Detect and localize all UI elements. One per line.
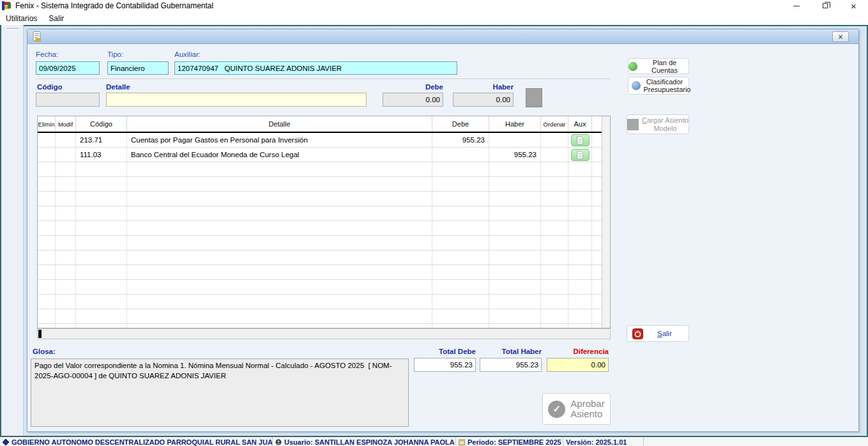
haber-input[interactable] — [453, 93, 514, 107]
salir-button[interactable]: Salir — [627, 325, 689, 342]
col-modif[interactable]: Modif — [56, 116, 76, 132]
close-icon: × — [851, 1, 857, 12]
auxiliar-input[interactable] — [174, 61, 457, 75]
document-coins-icon — [32, 31, 42, 42]
empty-row[interactable] — [38, 206, 602, 221]
power-icon — [632, 328, 643, 339]
scrollbar-thumb[interactable] — [38, 330, 42, 338]
minimize-icon — [793, 6, 800, 6]
table-row[interactable]: 213.71 Cuentas por Pagar Gastos en Perso… — [38, 133, 602, 148]
empty-row[interactable] — [38, 280, 602, 295]
asiento-grid: Elimin Modif Código Detalle Debe Haber O… — [37, 116, 611, 328]
cell-haber: 955.23 — [489, 148, 541, 162]
col-haber[interactable]: Haber — [489, 116, 541, 132]
salir-label: Salir — [657, 330, 672, 337]
total-debe-label: Total Debe — [414, 348, 476, 355]
col-elimin[interactable]: Elimin — [38, 116, 56, 132]
table-horizontal-scrollbar[interactable] — [37, 328, 611, 339]
empty-row[interactable] — [38, 177, 602, 192]
cell-detalle: Cuentas por Pagar Gastos en Personal par… — [127, 133, 432, 147]
empty-row[interactable] — [38, 250, 602, 265]
codigo-input[interactable] — [36, 93, 100, 107]
cargar-asiento-modelo-button[interactable]: Cargar AsientoModelo — [627, 114, 689, 134]
detalle-input[interactable] — [106, 93, 367, 107]
empty-row[interactable] — [38, 236, 602, 250]
empty-row[interactable] — [38, 265, 602, 280]
col-filler — [592, 116, 602, 132]
auxiliar-label: Auxiliar: — [174, 50, 201, 58]
table-vertical-scrollbar[interactable] — [602, 116, 610, 328]
col-debe[interactable]: Debe — [432, 116, 489, 132]
empty-row[interactable] — [38, 309, 602, 324]
clasificador-presupuestario-button[interactable]: Clasificador Presupuestario — [628, 77, 689, 95]
plan-de-cuentas-label: Plan de Cuentas — [641, 59, 689, 74]
status-bar: GOBIERNO AUTONOMO DESCENTRALIZADO PARROQ… — [0, 437, 868, 446]
haber-label: Haber — [453, 83, 514, 91]
panel-grip[interactable] — [6, 28, 19, 30]
left-collapsed-panel[interactable] — [1, 25, 24, 436]
check-icon: ✓ — [548, 401, 565, 418]
diferencia-value — [547, 358, 609, 372]
fecha-input[interactable] — [36, 61, 100, 75]
gray-square-icon — [627, 119, 639, 130]
detalle-label: Detalle — [106, 83, 130, 91]
diferencia-label: Diferencia — [547, 348, 609, 355]
tipo-label: Tipo: — [107, 50, 123, 58]
total-haber-label: Total Haber — [480, 348, 542, 355]
aux-button[interactable] — [571, 149, 590, 161]
aux-button[interactable] — [571, 134, 590, 146]
col-ordenar[interactable]: Ordenar — [541, 116, 568, 132]
asiento-window: × Fecha: Tipo: Auxiliar: Código Detalle … — [27, 29, 859, 432]
glosa-text[interactable]: Pago del Valor correspondiente a la Nomi… — [31, 358, 409, 427]
cargar-label: Cargar AsientoModelo — [642, 116, 689, 132]
document-lines-icon — [577, 136, 583, 144]
empty-row[interactable] — [38, 221, 602, 236]
status-entity: GOBIERNO AUTONOMO DESCENTRALIZADO PARROQ… — [0, 437, 273, 446]
window-title: Fenix - Sistema Integrado de Contabilida… — [15, 1, 213, 10]
menu-utilitarios[interactable]: Utilitarios — [0, 12, 43, 25]
total-haber-value — [480, 358, 542, 372]
col-aux[interactable]: Aux — [568, 116, 592, 132]
aprobar-label: AprobarAsiento — [570, 399, 604, 420]
title-bar: Fenix - Sistema Integrado de Contabilida… — [0, 0, 868, 12]
cell-detalle: Banco Central del Ecuador Moneda de Curs… — [127, 148, 432, 162]
cell-codigo: 111.03 — [76, 148, 127, 162]
status-usuario: Usuario: SANTILLAN ESPINOZA JOHANNA PAOL… — [273, 437, 456, 446]
status-spacer — [644, 437, 868, 446]
add-entry-button[interactable] — [526, 88, 542, 107]
child-close-icon: × — [838, 33, 842, 41]
aprobar-asiento-button[interactable]: ✓ AprobarAsiento — [542, 393, 611, 425]
document-lines-icon — [577, 151, 583, 159]
app-icon — [2, 1, 11, 10]
child-close-button[interactable]: × — [832, 31, 849, 42]
cell-codigo: 213.71 — [76, 133, 127, 147]
restore-icon — [823, 3, 828, 8]
restore-button[interactable] — [811, 0, 839, 12]
cell-haber — [489, 133, 541, 147]
user-icon — [275, 439, 282, 445]
col-codigo[interactable]: Código — [76, 116, 127, 132]
menu-bar: Utilitarios Salir — [0, 12, 868, 25]
calendar-icon — [459, 439, 465, 445]
empty-row[interactable] — [38, 324, 602, 328]
clasificador-label: Clasificador Presupuestario — [644, 78, 686, 93]
child-title-bar: × — [27, 29, 858, 44]
entity-icon — [3, 439, 9, 445]
plan-de-cuentas-button[interactable]: Plan de Cuentas — [628, 58, 689, 74]
close-button[interactable]: × — [839, 0, 868, 12]
tipo-input[interactable] — [107, 61, 169, 75]
codigo-label: Código — [37, 83, 63, 91]
menu-salir[interactable]: Salir — [43, 12, 70, 25]
cell-debe — [432, 148, 489, 162]
fecha-label: Fecha: — [36, 50, 58, 58]
empty-row[interactable] — [38, 162, 602, 177]
separator-line — [36, 79, 611, 80]
col-detalle[interactable]: Detalle — [127, 116, 432, 132]
empty-row[interactable] — [38, 192, 602, 206]
debe-label: Debe — [383, 83, 443, 91]
empty-row[interactable] — [38, 295, 602, 309]
table-row[interactable]: 111.03 Banco Central del Ecuador Moneda … — [38, 148, 602, 162]
cell-debe: 955.23 — [432, 133, 489, 147]
debe-input[interactable] — [383, 93, 443, 107]
minimize-button[interactable] — [782, 0, 811, 12]
